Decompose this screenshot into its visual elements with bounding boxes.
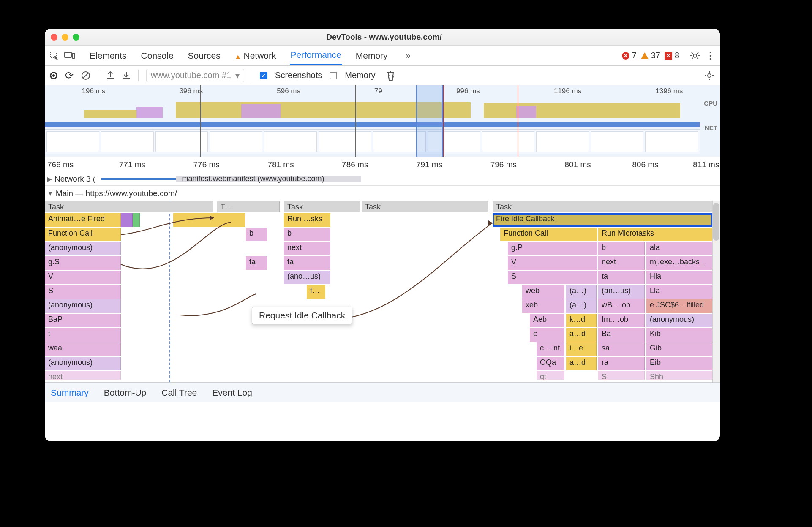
flame-chip[interactable]: Animati…e Fired	[45, 213, 121, 227]
expand-icon[interactable]: ▶	[47, 176, 52, 182]
flame-chip[interactable]: S	[45, 285, 121, 299]
flame-chip[interactable]: Im.…ob	[598, 314, 645, 327]
window-zoom-button[interactable]	[73, 34, 79, 41]
flame-chip[interactable]: (ano…us)	[284, 271, 330, 284]
error-count-badge[interactable]: ✕ 7	[622, 51, 637, 60]
task-chip[interactable]: T…	[217, 201, 280, 212]
flame-chip[interactable]: (a…)	[566, 299, 597, 313]
screenshots-checkbox[interactable]: ✓	[260, 72, 267, 79]
tab-performance[interactable]: Performance	[290, 46, 342, 65]
flame-chip[interactable]: Function Call	[500, 228, 597, 241]
flame-chip[interactable]: i…e	[566, 342, 597, 356]
flame-chip[interactable]: ta	[246, 256, 267, 270]
flame-chip[interactable]: gt	[537, 371, 564, 380]
flame-chip[interactable]: c….nt	[537, 342, 564, 356]
main-track-header[interactable]: ▼ Main — https://www.youtube.com/	[45, 186, 720, 201]
flame-chip[interactable]	[133, 213, 140, 227]
flame-chip[interactable]: wB.…ob	[598, 299, 645, 313]
flame-chip[interactable]: sa	[598, 342, 645, 356]
flame-chip[interactable]: ala	[646, 242, 712, 255]
tab-console[interactable]: Console	[140, 47, 174, 65]
task-chip[interactable]: Task	[284, 201, 360, 212]
flame-chip[interactable]: g.P	[508, 242, 597, 255]
flame-chip[interactable]	[173, 213, 245, 227]
flame-chip[interactable]: S	[598, 371, 645, 380]
flame-chip[interactable]: f…	[307, 285, 325, 299]
flame-chip[interactable]: Hla	[646, 271, 712, 284]
window-close-button[interactable]	[51, 34, 57, 41]
flame-chip[interactable]: waa	[45, 342, 121, 356]
flame-chip[interactable]: xeb	[522, 299, 564, 313]
flame-chip[interactable]: a…d	[566, 328, 597, 342]
flame-chip[interactable]: (anonymous)	[646, 314, 712, 327]
flame-chip[interactable]: mj.exe…backs_	[646, 256, 712, 270]
flame-chip[interactable]: (an…us)	[598, 285, 645, 299]
flame-chip[interactable]: V	[508, 256, 597, 270]
tab-event-log[interactable]: Event Log	[212, 388, 252, 398]
flame-chip[interactable]: Run …sks	[284, 213, 330, 227]
task-chip[interactable]: Task	[493, 201, 712, 212]
flame-chip[interactable]: Shh	[646, 371, 712, 380]
warning-count-badge[interactable]: 37	[641, 51, 660, 60]
flame-chip[interactable]: a…d	[566, 357, 597, 370]
flame-chip[interactable]: ta	[598, 271, 645, 284]
flame-chip[interactable]: (anonymous)	[45, 357, 121, 370]
network-item[interactable]: manifest.webmanifest (www.youtube.com)	[182, 174, 324, 183]
flame-chip[interactable]: next	[284, 242, 330, 255]
collect-garbage-button[interactable]	[386, 70, 396, 81]
more-tabs-icon[interactable]: »	[406, 50, 411, 61]
device-toggle-icon[interactable]	[64, 50, 75, 61]
upload-button[interactable]	[106, 71, 114, 80]
detail-ruler[interactable]: 766 ms 771 ms 776 ms 781 ms 786 ms 791 m…	[45, 157, 720, 172]
flame-chip[interactable]: Lla	[646, 285, 712, 299]
flame-chip[interactable]: Kib	[646, 328, 712, 342]
flame-chart[interactable]: Task T… Task Task Task Animati…e Fired R…	[45, 201, 720, 383]
flame-chip[interactable]: V	[45, 271, 121, 284]
flame-chip[interactable]: Eib	[646, 357, 712, 370]
flame-chip[interactable]: ra	[598, 357, 645, 370]
flame-chip[interactable]: Ba	[598, 328, 645, 342]
flame-chip[interactable]: BaP	[45, 314, 121, 327]
tab-sources[interactable]: Sources	[187, 47, 221, 65]
flame-chip[interactable]: k…d	[566, 314, 597, 327]
flame-scrollbar-track[interactable]	[712, 201, 720, 382]
flame-scrollbar-thumb[interactable]	[713, 203, 719, 241]
task-chip[interactable]: Task	[45, 201, 213, 212]
overview-timeline[interactable]: 196 ms 396 ms 596 ms 79 996 ms 1196 ms 1…	[45, 85, 720, 157]
clear-button[interactable]	[81, 71, 90, 80]
tab-network[interactable]: Network	[234, 47, 277, 65]
tab-summary[interactable]: Summary	[51, 388, 89, 398]
tab-memory[interactable]: Memory	[355, 47, 389, 65]
tab-elements[interactable]: Elements	[89, 47, 128, 65]
download-button[interactable]	[122, 71, 131, 80]
tab-bottom-up[interactable]: Bottom-Up	[104, 388, 146, 398]
flame-chip[interactable]: (anonymous)	[45, 299, 121, 313]
flame-chip[interactable]	[121, 213, 133, 227]
flame-chip[interactable]: ta	[284, 256, 330, 270]
issue-count-badge[interactable]: ✕ 8	[665, 51, 679, 60]
network-track[interactable]: ▶ Network 3 ( manifest.webmanifest (www.…	[45, 172, 720, 186]
flame-chip[interactable]: OQa	[537, 357, 564, 370]
flame-chip[interactable]: next	[45, 371, 121, 380]
record-button[interactable]	[50, 72, 57, 79]
profile-select[interactable]: www.youtube.com #1 ▾	[146, 69, 244, 82]
flame-chip[interactable]: S	[508, 271, 597, 284]
tab-call-tree[interactable]: Call Tree	[161, 388, 197, 398]
flame-chip[interactable]: web	[522, 285, 564, 299]
flame-chip[interactable]: e.JSC$6…lfilled	[646, 299, 712, 313]
flame-chip[interactable]: Run Microtasks	[598, 228, 712, 241]
flame-chip[interactable]: Gib	[646, 342, 712, 356]
capture-settings-gear-icon[interactable]	[704, 70, 715, 81]
kebab-menu-icon[interactable]: ⋮	[705, 50, 716, 61]
flame-chip[interactable]: Aeb	[530, 314, 564, 327]
inspect-icon[interactable]	[49, 50, 60, 61]
flame-chip[interactable]: (a…)	[566, 285, 597, 299]
reload-button[interactable]: ⟳	[65, 70, 74, 81]
window-minimize-button[interactable]	[62, 34, 68, 41]
flame-chip[interactable]: (anonymous)	[45, 242, 121, 255]
flame-chip[interactable]: Function Call	[45, 228, 121, 241]
flame-chip-selected[interactable]: Fire Idle Callback	[493, 213, 712, 227]
flame-chip[interactable]: next	[598, 256, 645, 270]
flame-chip[interactable]: b	[284, 228, 330, 241]
flame-chip[interactable]: g.S	[45, 256, 121, 270]
